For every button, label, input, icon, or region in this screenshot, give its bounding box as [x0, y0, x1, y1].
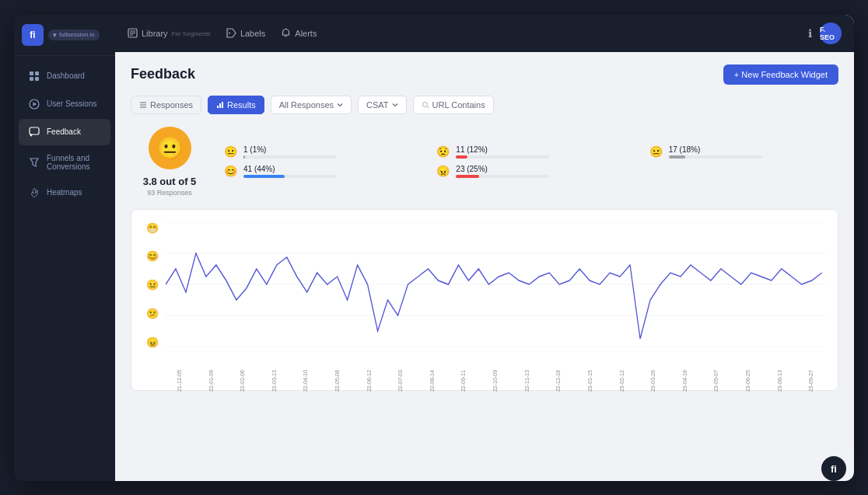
x-label: 2023-04-16	[670, 370, 701, 392]
chart-container: 😁 😊 😐 😕 😠 .chart-line { fill: none; stro…	[131, 209, 838, 391]
sidebar-item-label: Dashboard	[47, 71, 85, 80]
rating-label-2: 11 (12%)	[456, 145, 625, 154]
y-label-1: 😁	[146, 222, 159, 234]
all-responses-dropdown[interactable]: All Responses	[271, 96, 352, 114]
rating-bar-track-1	[243, 155, 337, 159]
sidebar-item-label: Funnels and Conversions	[47, 154, 101, 171]
rating-info-4: 23 (25%)	[456, 165, 625, 178]
rating-label-3: 41 (44%)	[243, 165, 413, 173]
flame-icon	[28, 186, 40, 199]
chart-y-labels: 😁 😊 😐 😕 😠	[144, 222, 161, 348]
rating-label-4: 23 (25%)	[456, 165, 625, 173]
svg-marker-5	[33, 102, 37, 106]
page-title: Feedback	[131, 66, 195, 82]
rating-emoji-5: 😐	[649, 145, 663, 158]
line-chart: .chart-line { fill: none; stroke: #4f52d…	[166, 222, 825, 347]
y-label-5: 😠	[146, 336, 159, 348]
svg-point-11	[229, 33, 230, 34]
sidebar-item-label: Heatmaps	[47, 188, 82, 197]
score-responses: 93 Responses	[147, 189, 192, 197]
sidebar: fi ▾ fullsession.io Dashboard User Sessi…	[14, 15, 115, 481]
score-emoji: 😐	[149, 127, 191, 169]
sidebar-item-label: Feedback	[47, 127, 81, 136]
rating-bar-track-2	[456, 155, 549, 159]
topbar-library[interactable]: Library For Segments	[128, 28, 211, 38]
all-responses-label: All Responses	[279, 100, 334, 110]
sidebar-nav: Dashboard User Sessions Feedback Funnels…	[14, 56, 115, 481]
rating-info-5: 17 (18%)	[669, 145, 838, 159]
rating-bar-fill-1	[243, 155, 245, 159]
svg-rect-0	[30, 71, 33, 75]
chat-icon	[28, 126, 40, 138]
topbar-labels-label: Labels	[240, 29, 265, 38]
play-icon	[28, 98, 40, 110]
topbar-for-segments: For Segments	[172, 30, 211, 37]
svg-point-19	[422, 102, 427, 106]
sidebar-item-feedback[interactable]: Feedback	[19, 119, 110, 145]
svg-line-20	[427, 106, 429, 109]
sidebar-item-heatmaps[interactable]: Heatmaps	[19, 180, 110, 206]
chart-polyline	[166, 253, 822, 339]
csat-label: CSAT	[366, 100, 389, 110]
rating-row-1: 😐 1 (1%)	[224, 145, 413, 159]
topbar-right: ℹ F. SEO	[808, 23, 842, 44]
responses-tab[interactable]: Responses	[131, 96, 201, 114]
x-label: 2023-08-13	[764, 370, 795, 392]
x-label: 2022-03-13	[259, 370, 290, 392]
x-label: 2023-03-26	[638, 370, 669, 392]
csat-dropdown[interactable]: CSAT	[358, 96, 407, 114]
sidebar-logo: fi ▾ fullsession.io	[14, 15, 115, 56]
info-icon[interactable]: ℹ	[808, 27, 812, 40]
y-label-4: 😕	[146, 308, 159, 319]
rating-row-4: 😠 23 (25%)	[436, 165, 625, 178]
rating-info-2: 11 (12%)	[456, 145, 625, 159]
url-search[interactable]: URL Contains	[413, 96, 494, 114]
svg-rect-1	[35, 71, 39, 75]
x-label: 2022-12-18	[543, 370, 574, 392]
topbar-library-label: Library	[142, 29, 168, 38]
rating-info-1: 1 (1%)	[243, 145, 413, 159]
main-score: 😐 3.8 out of 5 93 Responses	[131, 127, 208, 197]
svg-rect-17	[219, 103, 221, 108]
x-label: 2022-04-10	[290, 370, 321, 392]
x-label: 2023-02-12	[606, 370, 637, 392]
rating-row-2: 😟 11 (12%)	[436, 145, 625, 159]
bottom-logo: fi	[821, 456, 846, 481]
rating-label-1: 1 (1%)	[243, 145, 413, 154]
x-label: 2022-08-14	[417, 370, 448, 392]
svg-rect-18	[222, 102, 223, 108]
x-label: 2021-12-05	[166, 370, 195, 392]
new-widget-button[interactable]: + New Feedback Widget	[723, 64, 838, 85]
chart-svg-container: .chart-line { fill: none; stroke: #4f52d…	[166, 222, 825, 378]
stats-section: 😐 3.8 out of 5 93 Responses 😐 1 (1%)	[131, 127, 838, 197]
page-header: Feedback + New Feedback Widget	[131, 64, 838, 85]
workspace-badge[interactable]: ▾ fullsession.io	[48, 30, 100, 40]
funnel-icon	[28, 156, 40, 169]
sidebar-item-dashboard[interactable]: Dashboard	[19, 63, 110, 89]
sidebar-item-user-sessions[interactable]: User Sessions	[19, 91, 110, 117]
filters-bar: Responses Results All Responses CSAT URL…	[131, 96, 838, 114]
rating-bar-fill-5	[669, 155, 686, 159]
x-label: 2023-06-25	[733, 370, 764, 392]
rating-bars: 😐 1 (1%) 😟 11 (12%)	[224, 145, 838, 178]
url-search-label: URL Contains	[432, 100, 485, 110]
sidebar-item-funnels[interactable]: Funnels and Conversions	[19, 147, 110, 178]
topbar-alerts[interactable]: Alerts	[281, 28, 317, 38]
x-label: 2022-02-06	[227, 370, 258, 392]
app-logo[interactable]: fi	[22, 24, 44, 46]
rating-bar-track-3	[243, 175, 337, 178]
results-tab[interactable]: Results	[208, 96, 264, 114]
rating-row-5: 😐 17 (18%)	[649, 145, 838, 159]
rating-info-3: 41 (44%)	[243, 165, 413, 178]
rating-bar-fill-3	[243, 175, 285, 178]
svg-rect-3	[35, 77, 39, 81]
topbar-labels[interactable]: Labels	[226, 28, 265, 38]
chart-area: 😁 😊 😐 😕 😠 .chart-line { fill: none; stro…	[144, 222, 825, 378]
user-avatar[interactable]: F. SEO	[820, 23, 842, 44]
svg-rect-16	[217, 106, 219, 108]
rating-emoji-1: 😐	[224, 145, 237, 158]
sidebar-item-label: User Sessions	[47, 99, 96, 108]
rating-emoji-3: 😊	[224, 165, 237, 177]
results-tab-label: Results	[227, 100, 256, 110]
x-label: 2022-06-12	[354, 370, 385, 392]
